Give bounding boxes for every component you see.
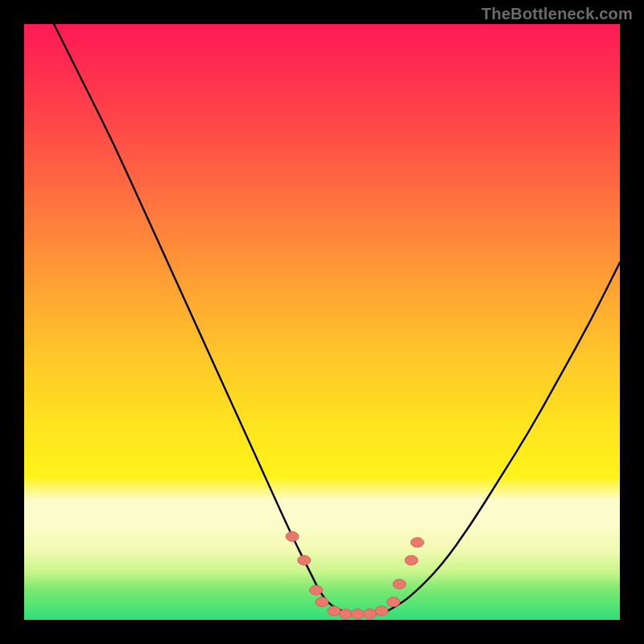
plot-area — [24, 24, 620, 620]
highlight-dot — [351, 609, 364, 619]
highlight-dot — [298, 555, 311, 565]
highlight-dot — [363, 609, 376, 619]
highlight-dot — [393, 580, 406, 589]
highlight-dot — [411, 538, 423, 547]
chart-frame: TheBottleneck.com — [0, 0, 644, 644]
highlight-dot — [328, 606, 341, 616]
highlight-dot — [375, 606, 388, 616]
watermark-label: TheBottleneck.com — [481, 5, 633, 23]
highlight-dots — [286, 531, 423, 618]
highlight-dot — [316, 597, 328, 607]
highlight-dot — [340, 609, 353, 619]
highlight-dot — [387, 597, 400, 607]
highlight-dot — [310, 585, 323, 595]
bottleneck-curve — [54, 24, 620, 614]
highlight-dot — [286, 531, 299, 541]
curve-layer — [24, 24, 620, 620]
highlight-dot — [405, 555, 418, 565]
